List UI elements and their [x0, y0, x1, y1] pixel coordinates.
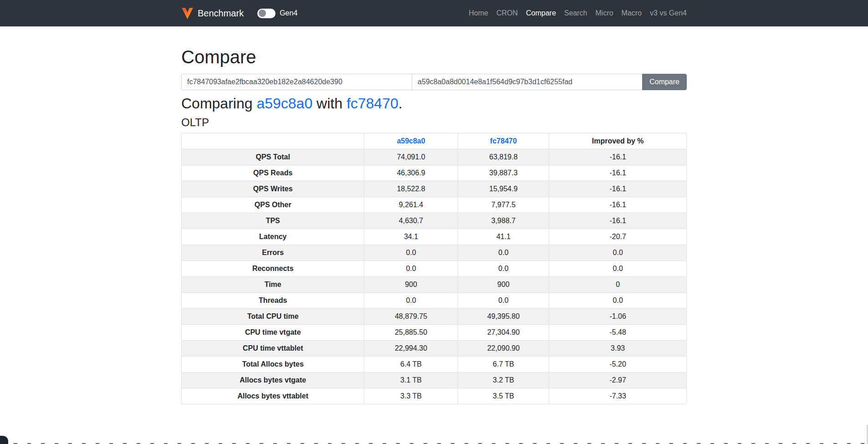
metric-value: 22,994.30: [364, 341, 458, 357]
main-content: Compare Compare Comparing a59c8a0 with f…: [181, 26, 687, 444]
oltp-table: a59c8a0fc78470Improved by % QPS Total74,…: [181, 133, 687, 404]
brand[interactable]: Benchmark: [181, 7, 244, 20]
metric-label: Total CPU time: [182, 309, 364, 325]
toggle-knob-icon: [259, 10, 266, 17]
metric-value: 0.0: [549, 245, 687, 261]
table-row: Latency34.141.1-20.7: [182, 229, 687, 245]
table-row: QPS Other9,261.47,977.5-16.1: [182, 197, 687, 213]
table-row: TPS4,630.73,988.7-16.1: [182, 213, 687, 229]
comparing-prefix: Comparing: [181, 95, 256, 112]
metric-label: Threads: [182, 293, 364, 309]
metric-value: 46,306.9: [364, 165, 458, 181]
table-row: Threads0.00.00.0: [182, 293, 687, 309]
metric-value: 9,261.4: [364, 197, 458, 213]
metric-value: -2.97: [549, 373, 687, 388]
page-title: Compare: [181, 46, 687, 68]
sha-column-header[interactable]: fc78470: [458, 133, 549, 149]
metric-value: -16.1: [549, 213, 687, 229]
table-row: Errors0.00.00.0: [182, 245, 687, 261]
metric-value: 18,522.8: [364, 181, 458, 197]
table-row: QPS Writes18,522.815,954.9-16.1: [182, 181, 687, 197]
compare-button[interactable]: Compare: [642, 74, 687, 90]
nav-link-v3-vs-gen4[interactable]: v3 vs Gen4: [646, 9, 687, 17]
metric-label: QPS Writes: [182, 181, 364, 197]
left-sha-link[interactable]: a59c8a0: [256, 95, 312, 112]
nav-link-home[interactable]: Home: [465, 9, 492, 17]
gen4-toggle[interactable]: [257, 9, 276, 18]
metric-value: 0: [549, 277, 687, 293]
metric-value: 6.7 TB: [458, 357, 549, 373]
metric-value: 7,977.5: [458, 197, 549, 213]
metric-value: 3.93: [549, 341, 687, 357]
metric-value: 0.0: [458, 293, 549, 309]
nav-link-micro[interactable]: Micro: [592, 9, 618, 17]
vitess-logo-icon: [181, 7, 194, 20]
table-row: QPS Reads46,306.939,887.3-16.1: [182, 165, 687, 181]
metric-value: 4,630.7: [364, 213, 458, 229]
sha-column-header[interactable]: a59c8a0: [364, 133, 458, 149]
comparing-connector: with: [312, 95, 347, 112]
oltp-section-title: OLTP: [181, 116, 687, 129]
metric-value: 39,887.3: [458, 165, 549, 181]
metric-value: -16.1: [549, 197, 687, 213]
table-row: Total CPU time48,879.7549,395.80-1.06: [182, 309, 687, 325]
table-row: Total Allocs bytes6.4 TB6.7 TB-5.20: [182, 357, 687, 373]
metric-value: -20.7: [549, 229, 687, 245]
metric-value: 0.0: [549, 293, 687, 309]
left-sha-input[interactable]: [181, 74, 412, 90]
metric-value: 3.5 TB: [458, 388, 549, 404]
metric-value: -5.20: [549, 357, 687, 373]
metric-value: 3.1 TB: [364, 373, 458, 388]
metric-value: 22,090.90: [458, 341, 549, 357]
table-row: CPU time vttablet22,994.3022,090.903.93: [182, 341, 687, 357]
table-row: Time9009000: [182, 277, 687, 293]
metric-label: QPS Other: [182, 197, 364, 213]
metric-value: 25,885.50: [364, 325, 458, 341]
nav-link-macro[interactable]: Macro: [618, 9, 646, 17]
table-row: Allocs bytes vtgate3.1 TB3.2 TB-2.97: [182, 373, 687, 388]
metric-label: Errors: [182, 245, 364, 261]
right-sha-input[interactable]: [412, 74, 643, 90]
table-row: QPS Total74,091.063,819.8-16.1: [182, 149, 687, 165]
nav-link-compare[interactable]: Compare: [522, 9, 560, 17]
metric-label: Time: [182, 277, 364, 293]
navbar: Benchmark Gen4 HomeCRONCompareSearchMicr…: [0, 0, 868, 26]
metric-label: Total Allocs bytes: [182, 357, 364, 373]
metric-label: Reconnects: [182, 261, 364, 277]
metric-value: 6.4 TB: [364, 357, 458, 373]
metric-value: 15,954.9: [458, 181, 549, 197]
metric-value: 0.0: [364, 293, 458, 309]
metric-value: -1.06: [549, 309, 687, 325]
table-row: Reconnects0.00.00.0: [182, 261, 687, 277]
metric-value: 41.1: [458, 229, 549, 245]
right-sha-link[interactable]: fc78470: [347, 95, 398, 112]
compare-input-group: Compare: [181, 74, 687, 90]
metric-value: 63,819.8: [458, 149, 549, 165]
navbar-links: HomeCRONCompareSearchMicroMacrov3 vs Gen…: [465, 9, 687, 17]
nav-link-cron[interactable]: CRON: [492, 9, 522, 17]
metric-value: 48,879.75: [364, 309, 458, 325]
metric-value: -5.48: [549, 325, 687, 341]
table-header-row: a59c8a0fc78470Improved by %: [182, 133, 687, 149]
metric-label: QPS Total: [182, 149, 364, 165]
metric-value: -7.33: [549, 388, 687, 404]
metric-label: Latency: [182, 229, 364, 245]
metric-value: 900: [364, 277, 458, 293]
nav-link-search[interactable]: Search: [560, 9, 592, 17]
metric-label: Allocs bytes vtgate: [182, 373, 364, 388]
gen4-toggle-wrap: Gen4: [257, 9, 297, 18]
metric-value: -16.1: [549, 149, 687, 165]
metric-value: 49,395.80: [458, 309, 549, 325]
improved-column-header: Improved by %: [549, 133, 687, 149]
gen4-toggle-label: Gen4: [280, 9, 297, 17]
metric-value: 900: [458, 277, 549, 293]
metric-label: QPS Reads: [182, 165, 364, 181]
metric-value: 3,988.7: [458, 213, 549, 229]
metric-label: CPU time vtgate: [182, 325, 364, 341]
metric-value: -16.1: [549, 181, 687, 197]
corner-toast: [0, 436, 8, 444]
metric-label: Allocs bytes vttablet: [182, 388, 364, 404]
table-row: Allocs bytes vttablet3.3 TB3.5 TB-7.33: [182, 388, 687, 404]
brand-title: Benchmark: [198, 9, 244, 18]
metric-value: 27,304.90: [458, 325, 549, 341]
